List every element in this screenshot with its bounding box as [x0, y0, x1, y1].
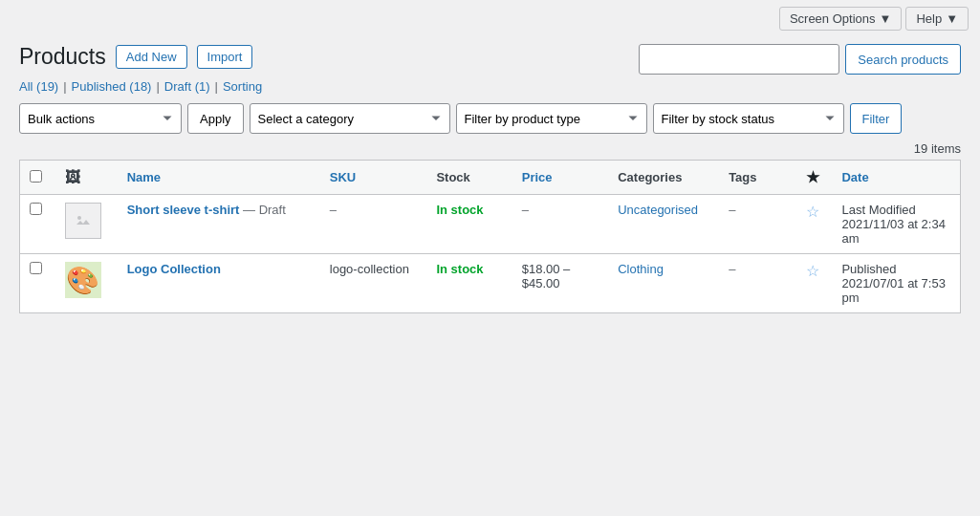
product-type-select[interactable]: Filter by product type [456, 103, 647, 134]
row1-product-name[interactable]: Short sleeve t-shirt [127, 203, 240, 217]
row2-image-cell: 🎨 [55, 254, 118, 313]
sep3: | [215, 79, 218, 94]
top-bar: Screen Options ▼ Help ▼ [0, 0, 980, 36]
table-row: 🎨 Logo Collection logo-collection In sto… [20, 254, 961, 313]
items-count: 19 items [19, 141, 961, 156]
th-price[interactable]: Price [512, 161, 608, 195]
row2-stock-cell: In stock [426, 254, 512, 313]
category-select[interactable]: Select a category [250, 103, 450, 134]
help-button[interactable]: Help ▼ [905, 7, 969, 31]
subnav-draft[interactable]: Draft (1) [164, 79, 210, 94]
row2-date-value: 2021/07/01 at 7:53 pm [841, 276, 945, 305]
th-featured: ★ [794, 161, 832, 195]
row1-image-cell [55, 195, 118, 254]
row1-price: – [522, 203, 529, 217]
row2-checkbox-cell [20, 254, 55, 313]
row2-categories-cell: Clothing [608, 254, 719, 313]
chevron-down-icon: ▼ [880, 11, 892, 26]
row2-name-cell: Logo Collection [118, 254, 320, 313]
th-name[interactable]: Name [118, 161, 320, 195]
search-products-button[interactable]: Search products [845, 44, 961, 75]
row1-name-cell: Short sleeve t-shirt — Draft [118, 195, 320, 254]
row2-featured-star[interactable]: ☆ [806, 263, 819, 279]
search-row: Search products [639, 44, 961, 75]
table-header-row: 🖼 Name SKU Stock Price Categories [20, 161, 961, 195]
subnav-all[interactable]: All (19) [19, 79, 58, 94]
row2-tags: – [729, 262, 735, 276]
row1-sku: – [330, 203, 337, 217]
select-all-checkbox[interactable] [30, 170, 42, 183]
th-categories: Categories [608, 161, 719, 195]
row2-date-label: Published [841, 262, 896, 276]
row2-checkbox[interactable] [30, 262, 42, 274]
th-image: 🖼 [55, 161, 118, 195]
main-content: Products Add New Import All (19) | Publi… [0, 36, 980, 333]
row1-date-label: Last Modified [841, 203, 915, 217]
table-row: Short sleeve t-shirt — Draft – In stock … [20, 195, 961, 254]
row1-date-value: 2021/11/03 at 2:34 am [841, 217, 945, 246]
row2-date-cell: Published 2021/07/01 at 7:53 pm [832, 254, 960, 313]
star-icon: ★ [806, 169, 819, 185]
products-table: 🖼 Name SKU Stock Price Categories [19, 160, 961, 313]
row2-price: $18.00 – $45.00 [522, 262, 571, 290]
row2-tags-cell: – [719, 254, 794, 313]
help-label: Help [916, 11, 942, 26]
row1-featured-star[interactable]: ☆ [806, 204, 819, 220]
header-left: Products Add New Import All (19) | Publi… [19, 44, 262, 103]
svg-rect-0 [74, 211, 93, 230]
row1-price-cell: – [512, 195, 608, 254]
th-date[interactable]: Date [832, 161, 960, 195]
row1-date-cell: Last Modified 2021/11/03 at 2:34 am [832, 195, 960, 254]
row2-sku: logo-collection [330, 262, 409, 276]
header-right: Search products [639, 44, 961, 80]
row1-tags-cell: – [719, 195, 794, 254]
image-icon: 🖼 [65, 169, 80, 185]
page-title: Products [19, 44, 106, 70]
search-input[interactable] [639, 44, 839, 75]
row1-stock: In stock [436, 203, 483, 217]
screen-options-label: Screen Options [790, 11, 876, 26]
th-stock: Stock [426, 161, 512, 195]
header-area: Products Add New Import All (19) | Publi… [19, 44, 961, 103]
title-row: Products Add New Import [19, 44, 262, 70]
subnav: All (19) | Published (18) | Draft (1) | … [19, 79, 262, 94]
row1-status: — Draft [243, 203, 286, 217]
apply-button[interactable]: Apply [187, 103, 244, 134]
bulk-actions-select[interactable]: Bulk actions [19, 103, 182, 134]
row2-featured-cell: ☆ [794, 254, 832, 313]
stock-status-select[interactable]: Filter by stock status [653, 103, 844, 134]
row2-stock: In stock [436, 262, 483, 276]
row2-sku-cell: logo-collection [320, 254, 427, 313]
svg-point-1 [77, 216, 81, 220]
row1-image-placeholder [65, 203, 101, 239]
row1-categories-cell: Uncategorised [608, 195, 719, 254]
row1-checkbox[interactable] [30, 203, 42, 215]
row1-sku-cell: – [320, 195, 427, 254]
th-checkbox [20, 161, 55, 195]
th-tags: Tags [719, 161, 794, 195]
screen-options-button[interactable]: Screen Options ▼ [779, 7, 902, 31]
row2-image: 🎨 [65, 262, 101, 298]
filter-bar: Bulk actions Apply Select a category Fil… [19, 103, 961, 134]
subnav-sorting[interactable]: Sorting [223, 79, 262, 94]
chevron-down-icon: ▼ [946, 11, 958, 26]
sep1: | [63, 79, 66, 94]
row1-tags: – [729, 203, 735, 217]
subnav-published[interactable]: Published (18) [72, 79, 152, 94]
add-new-button[interactable]: Add New [116, 45, 187, 69]
row1-featured-cell: ☆ [794, 195, 832, 254]
row2-price-cell: $18.00 – $45.00 [512, 254, 608, 313]
filter-button[interactable]: Filter [850, 103, 903, 134]
sep2: | [156, 79, 159, 94]
th-sku[interactable]: SKU [320, 161, 427, 195]
row2-product-name[interactable]: Logo Collection [127, 262, 221, 276]
row1-category[interactable]: Uncategorised [618, 203, 698, 217]
row2-category[interactable]: Clothing [618, 262, 664, 276]
row1-stock-cell: In stock [426, 195, 512, 254]
row1-checkbox-cell [20, 195, 55, 254]
import-button[interactable]: Import [197, 45, 253, 69]
